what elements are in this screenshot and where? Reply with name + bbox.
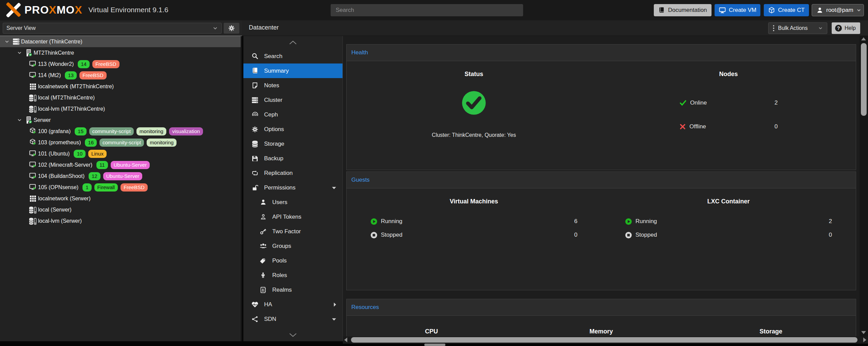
bulk-actions-label: Bulk Actions [778,25,808,31]
view-selector-value: Server View [6,25,36,31]
tree-row-100-grafana[interactable]: 100 (grafana)15community-scriptmonitorin… [0,126,241,137]
tree-row-datacenter-thinkcentre[interactable]: Datacenter (ThinkCentre) [0,36,241,47]
sidebar-item-ceph[interactable]: Ceph [243,107,343,122]
memory-column-title: Memory [589,328,613,335]
sidebar-scroll-down[interactable] [243,328,343,341]
vm-icon [28,161,38,169]
chevron-down-icon [818,26,823,31]
tree-row-114-mt2[interactable]: 114 (Mt2)13FreeBSD [0,70,241,81]
tree-expand-caret-icon[interactable] [15,117,23,123]
tag-count-badge: 15 [75,127,87,135]
sidebar-item-cluster[interactable]: Cluster [243,93,343,107]
create-vm-button[interactable]: Create VM [715,4,760,16]
tree-row-113-wonder2[interactable]: 113 (Wonder2)14FreeBSD [0,58,241,70]
sidebar-item-label: Replication [264,170,293,177]
sidebar-item-replication[interactable]: Replication [243,166,343,180]
search-icon [251,53,259,60]
tree-row-label: local-lvm (Serwer) [38,218,82,224]
sidebar-item-roles[interactable]: Roles [243,268,343,283]
sidebar-item-sdn[interactable]: SDN [243,312,343,326]
sidebar-item-search[interactable]: Search [243,49,343,63]
sidebar-item-label: HA [264,301,272,308]
lxc-icon [28,139,38,146]
tree-row-localnetwork-mt2thinkcentre[interactable]: localnetwork (MT2ThinkCentre) [0,81,241,92]
user-label: root@pam [826,7,853,14]
tree-row-localnetwork-serwer[interactable]: localnetwork (Serwer) [0,193,241,204]
sidebar-item-backup[interactable]: Backup [243,151,343,166]
tree-row-104-buildanshoot[interactable]: 104 (BuildanShoot)12Ubuntu-Server [0,170,241,182]
tree-row-label: local (Serwer) [38,207,72,213]
tag-ubuntu-server: Ubuntu-Server [111,161,150,169]
tree-expand-caret-icon[interactable] [15,50,23,55]
heartbeat-icon [251,301,259,308]
horizontal-scrollbar-thumb[interactable] [351,337,857,343]
lxc-column: LXC Container Running 2 [601,188,856,242]
tree-row-local-lvm-serwer[interactable]: local-lvm (Serwer) [0,215,241,226]
check-icon [679,99,687,107]
tree-row-102-minecraft-server[interactable]: 102 (Minecraft-Server)11Ubuntu-Server [0,159,241,170]
node-icon [23,49,34,57]
proxmox-app: PROXMOX Virtual Environment 9.1.6 Docume… [0,0,868,346]
sidebar-item-notes[interactable]: Notes [243,78,343,93]
tree-row-local-lvm-mt2thinkcentre[interactable]: local-lvm (MT2ThinkCentre) [0,103,241,114]
help-label: Help [845,25,856,31]
sidebar-item-storage[interactable]: Storage [243,136,343,151]
sidebar-item-summary[interactable]: Summary [243,63,343,78]
sidebar-item-label: Pools [272,257,287,264]
caret-right-icon [333,302,336,307]
kebab-icon [773,25,775,32]
stopped-label: Stopped [635,232,657,238]
tree-row-local-serwer[interactable]: local (Serwer) [0,204,241,215]
view-selector[interactable]: Server View [3,23,222,34]
virtual-machines-column: Virtual Machines Running 6 [347,188,601,242]
book-icon [658,7,665,14]
proxmox-logo-icon [5,2,21,18]
sidebar-item-label: Two Factor [272,228,301,235]
scroll-right-arrow[interactable] [863,338,866,342]
tree-row-label: 103 (prometheus) [38,140,81,146]
global-search [331,4,523,16]
sidebar-item-pools[interactable]: Pools [243,253,343,268]
sidebar-item-groups[interactable]: Groups [243,239,343,253]
sidebar-item-label: Summary [264,68,289,74]
nodes-column: Nodes Online 2 [601,61,856,143]
sidebar-item-ha[interactable]: HA [243,297,343,312]
documentation-button[interactable]: Documentation [654,4,712,16]
tree-row-mt2thinkcentre[interactable]: MT2ThinkCentre [0,47,241,58]
scroll-up-arrow[interactable] [861,37,866,40]
tree-row-103-prometheus[interactable]: 103 (prometheus)16community-scriptmonito… [0,137,241,148]
create-ct-button[interactable]: Create CT [764,4,809,16]
tree-row-105-opnsense[interactable]: 105 (OPNsense)1FirewallFreeBSD [0,182,241,193]
storage-icon [28,94,38,102]
sidebar-scroll-up[interactable] [243,36,343,49]
tag-monitoring: monitoring [136,127,166,135]
sidebar-item-permissions[interactable]: Permissions [243,180,343,195]
sidebar-item-label: Permissions [264,184,296,191]
tree-row-serwer[interactable]: Serwer [0,114,241,126]
cube-icon [768,7,775,14]
tag-visualization: visualization [169,127,203,135]
sidebar-item-two-factor[interactable]: Two Factor [243,224,343,239]
tree-expand-caret-icon[interactable] [3,39,11,44]
tag-count-badge: 12 [89,172,100,180]
help-button[interactable]: ? Help [832,22,860,34]
tag-freebsd: FreeBSD [92,60,119,68]
search-input[interactable] [331,4,523,16]
sidebar-item-api-tokens[interactable]: API Tokens [243,210,343,224]
user-menu-button[interactable]: root@pam [812,4,864,16]
bulk-actions-button[interactable]: Bulk Actions [768,22,827,34]
sidebar-item-label: Cluster [264,97,282,104]
vm-icon [28,71,38,79]
tree-settings-button[interactable] [224,23,239,34]
tree-row-local-mt2thinkcentre[interactable]: local (MT2ThinkCentre) [0,92,241,103]
bottom-scrollbar-thumb[interactable] [424,344,445,346]
tree-row-101-ubuntu[interactable]: 101 (Ubuntu)10Linux [0,148,241,159]
sidebar-nav: SearchSummaryNotesClusterCephOptionsStor… [243,36,343,341]
scroll-down-arrow[interactable] [861,331,866,334]
vertical-scrollbar-thumb[interactable] [861,43,867,116]
scroll-left-arrow[interactable] [344,338,347,342]
sidebar-item-users[interactable]: Users [243,195,343,210]
proxmox-logo: PROXMOX Virtual Environment 9.1.6 [5,2,168,18]
sidebar-item-realms[interactable]: Realms [243,283,343,297]
sidebar-item-options[interactable]: Options [243,122,343,136]
